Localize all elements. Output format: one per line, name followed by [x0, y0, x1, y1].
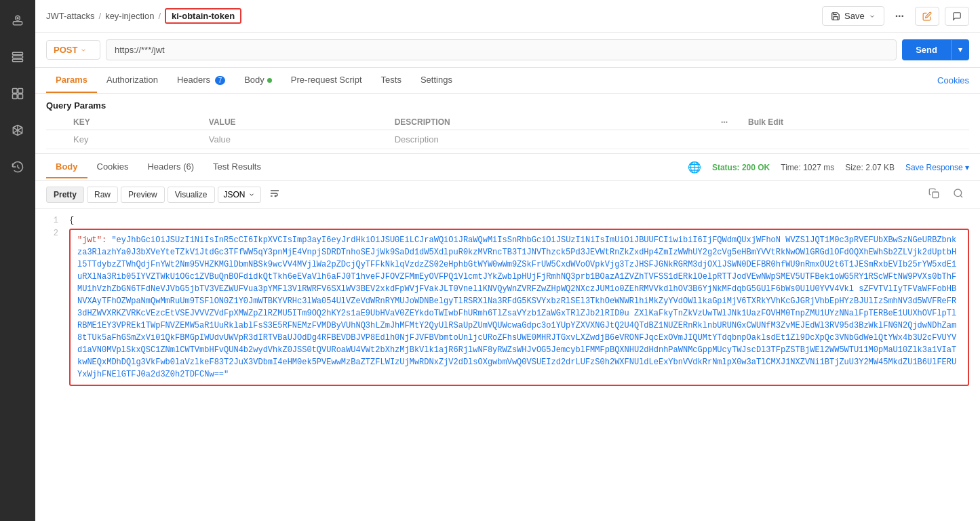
- topbar: JWT-attacks / key-injection / ki-obtain-…: [35, 0, 980, 33]
- jwt-value: "eyJhbGciOiJSUzI1NiIsInR5cCI6IkpXVCIsImp…: [77, 235, 956, 379]
- svg-point-1: [16, 17, 18, 19]
- format-visualize-button[interactable]: Visualize: [168, 187, 215, 203]
- format-pretty-button[interactable]: Pretty: [46, 187, 84, 203]
- svg-point-11: [954, 189, 962, 197]
- jwt-value-box: "jwt": "eyJhbGciOiJSUzI1NiIsInR5cCI6IkpX…: [69, 229, 969, 386]
- line-number-2: 2: [35, 227, 69, 387]
- query-params-section: Query Params KEY VALUE DESCRIPTION ··· B…: [35, 94, 980, 153]
- tab-body[interactable]: Body: [235, 68, 281, 93]
- globe-icon: 🌐: [688, 161, 701, 174]
- tab-settings[interactable]: Settings: [411, 68, 462, 93]
- breadcrumb-current: ki-obtain-token: [165, 8, 241, 24]
- format-type-select[interactable]: JSON: [218, 187, 261, 203]
- resp-tab-test-results[interactable]: Test Results: [203, 156, 271, 178]
- tab-params[interactable]: Params: [46, 68, 97, 93]
- response-code-area[interactable]: 1 { 2 "jwt": "eyJhbGciOiJSUzI1NiIsInR5cC…: [35, 209, 980, 521]
- line-1-content: {: [69, 214, 980, 227]
- svg-rect-5: [13, 59, 23, 61]
- copy-button[interactable]: [923, 185, 945, 204]
- url-input[interactable]: [106, 39, 897, 60]
- sidebar-item-collections[interactable]: [5, 45, 30, 69]
- response-time: Time: 1027 ms: [781, 163, 834, 172]
- url-bar: POST Send ▾: [35, 33, 980, 68]
- send-label: Send: [902, 39, 951, 60]
- svg-rect-2: [13, 22, 22, 25]
- breadcrumb-sep1: /: [99, 11, 102, 21]
- breadcrumb-sep2: /: [158, 11, 161, 21]
- col-actions: ···: [716, 115, 743, 130]
- format-bar: Pretty Raw Preview Visualize JSON: [35, 181, 980, 209]
- request-tabs: Params Authorization Headers 7 Body Pre-…: [35, 68, 980, 94]
- sidebar-item-api[interactable]: [5, 81, 30, 106]
- send-dropdown-arrow[interactable]: ▾: [951, 40, 969, 60]
- format-type-label: JSON: [224, 190, 246, 199]
- tab-authorization[interactable]: Authorization: [97, 68, 168, 93]
- col-key: KEY: [68, 115, 203, 130]
- save-button[interactable]: Save: [822, 6, 884, 26]
- response-status-bar: 🌐 Status: 200 OK Time: 1027 ms Size: 2.0…: [688, 161, 969, 174]
- tab-tests[interactable]: Tests: [372, 68, 411, 93]
- cookies-link[interactable]: Cookies: [937, 75, 969, 85]
- save-response-button[interactable]: Save Response ▾: [905, 163, 969, 172]
- edit-button[interactable]: [915, 7, 939, 26]
- jwt-key-label: "jwt":: [77, 235, 111, 245]
- key-placeholder[interactable]: Key: [68, 130, 203, 149]
- breadcrumb: JWT-attacks / key-injection / ki-obtain-…: [46, 8, 241, 24]
- sidebar-item-mock[interactable]: [5, 118, 30, 142]
- col-value: VALUE: [203, 115, 389, 130]
- send-button[interactable]: Send ▾: [902, 39, 969, 60]
- code-line-2: 2 "jwt": "eyJhbGciOiJSUzI1NiIsInR5cCI6Ik…: [35, 227, 980, 387]
- line-2-content: "jwt": "eyJhbGciOiJSUzI1NiIsInR5cCI6IkpX…: [69, 227, 980, 387]
- search-button[interactable]: [947, 185, 969, 204]
- params-table: KEY VALUE DESCRIPTION ··· Bulk Edit Key …: [46, 115, 969, 149]
- svg-rect-6: [13, 89, 18, 94]
- method-select[interactable]: POST: [46, 40, 100, 60]
- wrap-button[interactable]: [264, 185, 286, 204]
- breadcrumb-key-injection[interactable]: key-injection: [105, 11, 154, 21]
- params-placeholder-row: Key Value Description: [46, 130, 969, 149]
- svg-line-12: [960, 195, 962, 197]
- value-placeholder[interactable]: Value: [203, 130, 389, 149]
- code-line-1: 1 {: [35, 214, 980, 227]
- format-bar-right: [923, 185, 969, 204]
- col-description: DESCRIPTION: [389, 115, 716, 130]
- format-preview-button[interactable]: Preview: [121, 187, 165, 203]
- format-raw-button[interactable]: Raw: [87, 187, 118, 203]
- sidebar-item-history[interactable]: [5, 155, 30, 179]
- resp-tab-headers[interactable]: Headers (6): [138, 156, 203, 178]
- svg-rect-10: [933, 192, 939, 198]
- tab-headers[interactable]: Headers 7: [168, 68, 235, 93]
- more-options-button[interactable]: ···: [890, 6, 909, 26]
- save-label: Save: [844, 11, 865, 21]
- sidebar-item-home[interactable]: [5, 8, 30, 33]
- comment-button[interactable]: [945, 7, 969, 26]
- response-size: Size: 2.07 KB: [845, 163, 895, 172]
- resp-tab-cookies[interactable]: Cookies: [87, 156, 138, 178]
- description-placeholder[interactable]: Description: [389, 130, 716, 149]
- topbar-actions: Save ···: [822, 6, 969, 26]
- svg-rect-3: [13, 52, 23, 54]
- resp-tab-body[interactable]: Body: [46, 156, 87, 178]
- svg-rect-4: [13, 56, 23, 58]
- svg-rect-9: [18, 94, 23, 99]
- status-ok: Status: 200 OK: [712, 163, 770, 172]
- method-label: POST: [54, 45, 77, 55]
- response-tabs: Body Cookies Headers (6) Test Results 🌐 …: [35, 154, 980, 181]
- main-content: JWT-attacks / key-injection / ki-obtain-…: [35, 0, 980, 521]
- bulk-edit-label[interactable]: Bulk Edit: [743, 115, 969, 130]
- svg-rect-7: [18, 89, 23, 94]
- svg-rect-8: [13, 94, 18, 99]
- response-section: Body Cookies Headers (6) Test Results 🌐 …: [35, 153, 980, 521]
- body-active-dot: [267, 78, 272, 83]
- query-params-title: Query Params: [46, 100, 969, 111]
- breadcrumb-jwt-attacks[interactable]: JWT-attacks: [46, 11, 95, 21]
- line-number-1: 1: [35, 214, 69, 227]
- headers-badge: 7: [215, 76, 226, 85]
- tab-pre-request[interactable]: Pre-request Script: [281, 68, 372, 93]
- sidebar: [0, 0, 35, 521]
